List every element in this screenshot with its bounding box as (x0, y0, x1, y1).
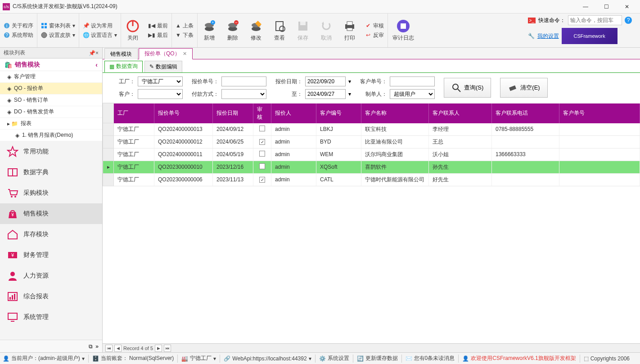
pin-icon: 📌 (83, 22, 89, 29)
table-row[interactable]: 宁德工厂QO2024000000132024/09/12 adminLBKJ联宝… (103, 123, 640, 136)
status-webapi[interactable]: 🔗WebApi:https://localhost:44392▾ (224, 355, 311, 362)
module-sales[interactable]: ¥销售模块 (0, 203, 102, 224)
refresh-icon: 🔄 (357, 355, 364, 362)
titlebar: c/s C/S系统快速开发框架-旗舰版V6.1(2024-09) — ☐ ✕ (0, 0, 640, 13)
nav-last[interactable]: ⏭ (164, 345, 171, 352)
winlist-button[interactable]: 窗体列表▾ (41, 22, 75, 30)
status-syscfg[interactable]: ⚙️系统设置 (319, 355, 349, 362)
sidebar-footer: ⧉» (0, 340, 102, 352)
audit-button[interactable]: 审计日志 (388, 13, 419, 47)
cube-icon: ◈ (7, 74, 11, 80)
status-refresh[interactable]: 🔄更新缓存数据 (357, 355, 398, 362)
add-button[interactable]: +新增 (198, 13, 221, 47)
svg-line-45 (458, 89, 460, 92)
factory-icon: 🏭 (181, 355, 188, 362)
cube-icon: ◈ (7, 109, 11, 115)
module-fav[interactable]: 常用功能 (0, 141, 102, 162)
audit-icon (396, 19, 410, 33)
date-from-input[interactable] (305, 76, 346, 86)
status-user[interactable]: 👤当前用户：(admin-超级用户)▾ (3, 355, 85, 362)
mysettings-link[interactable]: 我的设置 (537, 32, 559, 40)
user-icon: 👤 (3, 355, 9, 362)
sidebar-item-customer[interactable]: ◈客户管理 (0, 71, 102, 83)
innertab-query[interactable]: ▦数据查询 (104, 61, 143, 72)
nav-next[interactable]: ▶ (155, 345, 162, 352)
date-to-input[interactable] (305, 89, 346, 99)
svg-rect-40 (12, 295, 13, 300)
status-account[interactable]: 🗄️当前账套： Normal(SqlServer) (92, 355, 174, 362)
table-row[interactable]: ▸ 宁德工厂QO2023000000102023/12/16 adminXQSo… (103, 161, 640, 173)
delete-button[interactable]: −删除 (221, 13, 244, 47)
module-purchase[interactable]: 采购模块 (0, 183, 102, 203)
svg-rect-27 (347, 28, 352, 31)
svg-rect-42 (8, 313, 17, 319)
module-hr[interactable]: 人力资源 (0, 265, 102, 286)
data-grid[interactable]: 工厂 报价单号 报价日期 审核 报价人 客户编号 客户名称 客户联系人 客户联系… (103, 103, 640, 343)
status-msg[interactable]: ✉️您有0条未读消息 (406, 355, 455, 362)
approve-button[interactable]: ✔审核 (365, 22, 384, 30)
module-sys[interactable]: 系统管理 (0, 307, 102, 328)
sidebar-group-sales[interactable]: 🛍️销售模块‹ (0, 58, 102, 71)
close-doc-button[interactable]: 关闭 (121, 13, 144, 47)
module-reports[interactable]: 综合报表 (0, 286, 102, 307)
pin-icon[interactable]: 📌 (89, 50, 95, 56)
customer-select[interactable] (138, 89, 183, 99)
help-icon: ? (4, 32, 10, 38)
sidebar-item-report[interactable]: ▸ 📁报表 (0, 118, 102, 130)
qo-input[interactable] (221, 76, 266, 86)
module-stock[interactable]: 库存模块 (0, 224, 102, 245)
inner-tabs: ▦数据查询 ✎数据编辑 (103, 59, 640, 73)
table-row[interactable]: 宁德工厂QO2023000000062023/11/13 ✓ adminCATL… (103, 173, 640, 186)
sidebar-item-rpt1[interactable]: ◈1. 销售月报表(Demo) (0, 130, 102, 141)
copy-icon[interactable]: ⧉ (89, 343, 93, 350)
about-button[interactable]: i关于程序 (4, 22, 33, 30)
print-button[interactable]: 打印 (338, 13, 361, 47)
nav-prev[interactable]: ◀ (114, 345, 122, 352)
innertab-edit[interactable]: ✎数据编辑 (144, 61, 182, 72)
creator-select[interactable]: 超级用户 (390, 89, 435, 99)
table-row[interactable]: 宁德工厂QO2024000000122024/06/25 ✓ adminBYD比… (103, 135, 640, 148)
tab-sales[interactable]: 销售模块 (104, 48, 138, 59)
terminal-icon: >_ (528, 18, 536, 23)
nav-first[interactable]: ⏮ (105, 345, 113, 352)
quickcmd-input[interactable] (568, 15, 622, 25)
table-row[interactable]: 宁德工厂QO2024000000112024/05/19 adminWEM沃尔玛… (103, 148, 640, 161)
clear-button[interactable]: 清空(E) (500, 78, 547, 98)
last-button[interactable]: ▶▮最后 (148, 31, 168, 39)
grid-header: 工厂 报价单号 报价日期 审核 报价人 客户编号 客户名称 客户联系人 客户联系… (103, 103, 640, 123)
module-finance[interactable]: ¥财务管理 (0, 245, 102, 265)
factory-select[interactable]: 宁德工厂 (138, 76, 183, 86)
close-tab-icon[interactable]: ✕ (183, 51, 187, 57)
svg-point-44 (453, 84, 458, 90)
syshelp-button[interactable]: ?系统帮助 (4, 31, 33, 39)
chevron-right-icon[interactable]: » (95, 343, 99, 350)
maximize-button[interactable]: ☐ (596, 0, 617, 13)
lang-button[interactable]: 🌐设置语言▾ (83, 31, 117, 39)
sidebar-item-qo[interactable]: ◈QO - 报价单 (0, 83, 102, 94)
tab-qo[interactable]: 报价单（QO）✕ (139, 48, 193, 59)
custno-input[interactable] (390, 76, 435, 86)
edit-button[interactable]: 修改 (244, 13, 268, 47)
skin-button[interactable]: 设置皮肤▾ (41, 31, 75, 39)
reject-button[interactable]: ↩反审 (365, 31, 384, 39)
next-button[interactable]: ▼下条 (176, 31, 194, 39)
module-dict[interactable]: 数据字典 (0, 162, 102, 183)
first-button[interactable]: ▮◀最前 (148, 22, 168, 30)
view-button[interactable]: 查看 (268, 13, 291, 47)
svg-point-8 (41, 32, 47, 38)
dropdown-icon: ▾ (82, 355, 85, 362)
sidebar-item-do[interactable]: ◈DO - 销售发货单 (0, 106, 102, 118)
help-icon[interactable]: ? (625, 17, 632, 24)
close-button[interactable]: ✕ (617, 0, 637, 13)
pay-select[interactable] (221, 89, 266, 99)
sethome-button[interactable]: 📌设为常用 (83, 22, 117, 30)
dropdown-icon[interactable]: ▾ (348, 78, 351, 85)
sidebar-item-so[interactable]: ◈SO - 销售订单 (0, 94, 102, 106)
status-factory[interactable]: 🏭宁德工厂▾ (181, 355, 216, 362)
close-panel-icon[interactable]: × (95, 50, 99, 56)
prev-button[interactable]: ▲上条 (176, 22, 194, 30)
minimize-button[interactable]: — (575, 0, 596, 13)
query-button[interactable]: 查询(S) (444, 78, 491, 98)
dropdown-icon[interactable]: ▾ (348, 91, 351, 97)
date-to-label: 至： (275, 90, 302, 98)
